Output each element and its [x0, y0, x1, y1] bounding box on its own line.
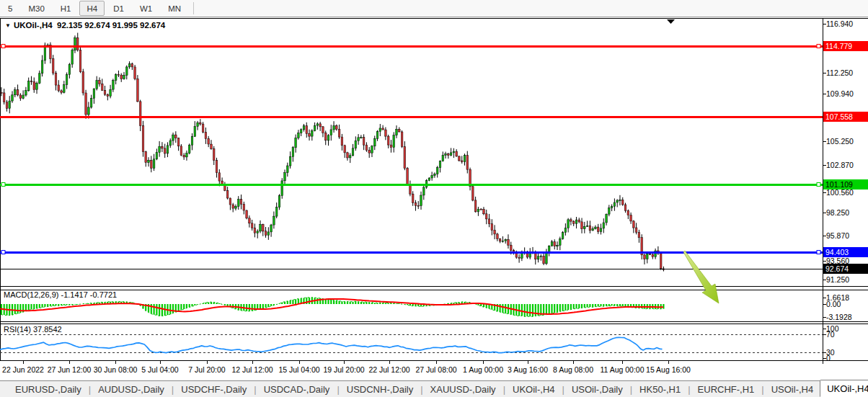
date-axis-label: 1 Aug 00:00	[463, 365, 503, 374]
tab-usoil-h4[interactable]: USOil-,H4	[765, 381, 820, 397]
price-axis-label: 109.940	[826, 89, 854, 98]
rsi-panel-graphics	[0, 335, 823, 353]
macd-indicator-label: MACD(12,26,9) -1.1417 -0.7721	[4, 290, 117, 299]
chart-title: ▼UKOil-,H4 92.135 92.674 91.995 92.674	[5, 21, 165, 30]
timeframe-button-H1[interactable]: H1	[53, 1, 79, 16]
tab-eurchf-h1[interactable]: EURCHF-,H1	[691, 381, 761, 397]
tab-usdcad-daily[interactable]: USDCAD-,Daily	[257, 381, 337, 397]
date-axis-label: 7 Jul 20:00	[188, 365, 225, 374]
timeframe-button-D1[interactable]: D1	[106, 1, 131, 16]
timeframe-button-W1[interactable]: W1	[133, 1, 159, 16]
price-badge-92.674: 92.674	[823, 264, 868, 274]
price-badge-107.558: 107.558	[823, 112, 868, 122]
date-axis-label: 19 Jul 20:00	[323, 365, 364, 374]
tab-ukoil-h4-active[interactable]: UKOil-,H4	[820, 380, 868, 397]
toolbar-separator	[193, 2, 194, 14]
rsi-axis-label: 0	[826, 354, 831, 362]
tab-eurusd-daily[interactable]: EURUSD-,Daily	[9, 381, 88, 397]
timeframe-button-H4[interactable]: H4	[79, 1, 105, 16]
price-badge-94.403: 94.403	[823, 247, 868, 257]
trend-arrow-annotation[interactable]	[683, 251, 719, 303]
tabs-holder: EURUSD-,Daily|AUDUSD-,Daily|USDCHF-,Dail…	[0, 381, 868, 397]
price-axis-label: 105.250	[826, 137, 854, 146]
tab-usoil-daily[interactable]: USOil-,Daily	[565, 381, 629, 397]
price-axis-label: 98.250	[826, 208, 849, 217]
timeframe-toolbar: 5M30H1H4D1W1MN	[0, 0, 868, 17]
price-chart-canvas[interactable]	[0, 0, 868, 397]
macd-panel-graphics	[0, 298, 663, 317]
timeframe-button-MN[interactable]: MN	[161, 1, 188, 16]
timeframe-button-5[interactable]: 5	[1, 1, 19, 16]
date-axis-label: 3 Aug 16:00	[508, 365, 548, 374]
tab-usdchf-daily[interactable]: USDCHF-,Daily	[174, 381, 253, 397]
tab-audusd-daily[interactable]: AUDUSD-,Daily	[92, 381, 171, 397]
tab-ukoil-h4[interactable]: UKOil-,H4	[506, 381, 562, 397]
price-axis-label: 100.560	[826, 188, 854, 197]
date-axis-label: 22 Jun 2022	[2, 365, 44, 374]
price-axis-label: 91.250	[826, 275, 849, 284]
price-axis-label: 116.940	[826, 19, 853, 28]
date-axis-label: 11 Aug 00:00	[600, 365, 644, 374]
chart-dropdown-icon[interactable]: ▼	[5, 22, 11, 29]
candlesticks	[1, 33, 665, 272]
tab-hk50-h1[interactable]: HK50-,H1	[633, 381, 687, 397]
price-axis-label: 95.870	[826, 231, 849, 240]
date-axis-label: 27 Jul 08:00	[415, 365, 456, 374]
symbol-tabbar: EURUSD-,Daily|AUDUSD-,Daily|USDCHF-,Dail…	[0, 380, 868, 397]
chart-symbol-label: UKOil-,H4	[14, 21, 53, 30]
date-axis-label: 5 Jul 04:00	[141, 365, 178, 374]
date-axis-label: 15 Jul 04:00	[278, 365, 319, 374]
date-axis-label: 12 Jul 12:00	[231, 365, 273, 374]
rsi-axis-label: 70	[826, 330, 835, 339]
price-axis-label: 102.870	[826, 161, 854, 169]
macd-axis-label: 0.00	[826, 300, 841, 308]
timeframe-button-M30[interactable]: M30	[21, 1, 51, 16]
tab-xauusd-daily[interactable]: XAUUSD-,Daily	[424, 381, 502, 397]
rsi-indicator-label: RSI(14) 37.8542	[4, 325, 62, 334]
date-axis-label: 15 Aug 16:00	[646, 365, 691, 374]
date-axis-label: 30 Jun 08:00	[94, 365, 138, 374]
chart-ohlc-values: 92.135 92.674 91.995 92.674	[57, 21, 165, 30]
date-axis-label: 22 Jul 12:00	[368, 365, 409, 374]
price-axis-label: 112.250	[826, 68, 853, 77]
date-axis-label: 8 Aug 08:00	[553, 365, 593, 374]
tab-usdcnh-daily[interactable]: USDCNH-,Daily	[340, 381, 420, 397]
macd-axis-label: -3.1928	[826, 313, 852, 321]
chart-shift-marker-icon	[667, 19, 675, 24]
price-badge-114.779: 114.779	[823, 41, 868, 51]
date-axis-label: 27 Jun 12:00	[48, 365, 92, 374]
